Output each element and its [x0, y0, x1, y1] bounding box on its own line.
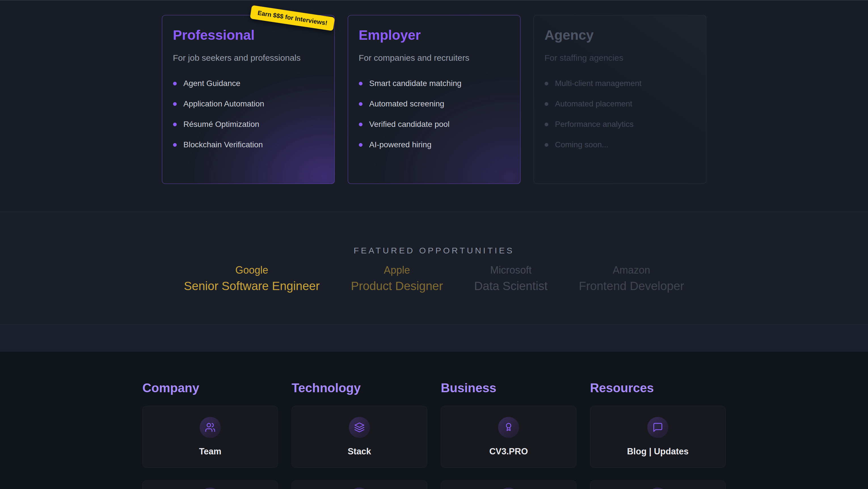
footer-card-label: Blog | Updates [590, 447, 725, 457]
plan-card-employer[interactable]: Employer For companies and recruiters Sm… [348, 15, 521, 184]
footer-heading: Resources [590, 381, 725, 395]
plans-row: Professional For job seekers and profess… [0, 1, 868, 184]
footer-card-cutoff[interactable] [590, 481, 725, 489]
bullet-dot-icon [173, 143, 177, 147]
featured-item[interactable]: Microsoft Data Scientist [474, 264, 548, 293]
footer-card-label: CV3.PRO [441, 447, 576, 457]
plan-feature: Blockchain Verification [173, 141, 324, 149]
plan-feature: Application Automation [173, 99, 324, 108]
featured-company: Amazon [579, 264, 684, 277]
footer-heading: Company [143, 381, 278, 395]
footer-heading: Technology [291, 381, 427, 395]
plan-feature: Coming soon... [545, 141, 695, 149]
hidden-icon [349, 488, 370, 489]
featured-item[interactable]: Google Senior Software Engineer [184, 264, 320, 293]
featured-company: Google [184, 264, 320, 277]
plan-feature: Verified candidate pool [359, 120, 509, 128]
featured-company: Apple [351, 264, 443, 277]
plan-feature: Automated screening [359, 99, 509, 108]
footer-grid: Company Team Technology Stack [143, 352, 725, 489]
plan-feature: AI-powered hiring [359, 141, 509, 149]
plan-feature: Agent Guidance [173, 79, 324, 88]
featured-role: Senior Software Engineer [184, 279, 320, 293]
footer-card-blog[interactable]: Blog | Updates [590, 406, 725, 468]
hidden-icon [200, 488, 221, 489]
plan-title: Agency [545, 27, 695, 43]
plan-feature-list: Smart candidate matching Automated scree… [359, 79, 509, 149]
footer-column-technology: Technology Stack [291, 352, 427, 489]
bullet-dot-icon [173, 102, 177, 106]
footer-column-company: Company Team [143, 352, 278, 489]
footer-card-cv3pro[interactable]: CV3.PRO [441, 406, 577, 468]
bullet-dot-icon [173, 123, 177, 126]
footer-column-resources: Resources Blog | Updates [590, 352, 725, 489]
footer-column-business: Business CV3.PRO [441, 352, 577, 489]
site-footer: Company Team Technology Stack [0, 352, 868, 489]
featured-role: Product Designer [351, 279, 443, 293]
hidden-icon [647, 488, 668, 489]
footer-card-cutoff[interactable] [143, 481, 278, 489]
featured-heading: FEATURED OPPORTUNITIES [0, 212, 868, 255]
plan-subtitle: For companies and recruiters [359, 53, 509, 63]
plan-feature-list: Multi-client management Automated placem… [545, 79, 695, 149]
footer-card-stack[interactable]: Stack [291, 406, 427, 468]
featured-row: Google Senior Software Engineer Apple Pr… [0, 264, 868, 293]
bullet-dot-icon [359, 102, 363, 106]
bullet-dot-icon [359, 143, 363, 147]
plans-section: Earn $$$ for Interviews! Professional Fo… [0, 0, 868, 212]
footer-card-cutoff[interactable] [291, 481, 427, 489]
featured-item[interactable]: Amazon Frontend Developer [579, 264, 684, 293]
plan-subtitle: For staffing agencies [545, 53, 695, 63]
bullet-dot-icon [545, 82, 548, 85]
plan-feature: Automated placement [545, 99, 695, 108]
chat-icon [647, 417, 668, 438]
plan-feature: Résumé Optimization [173, 120, 324, 128]
footer-heading: Business [441, 381, 577, 395]
plan-feature: Multi-client management [545, 79, 695, 88]
hidden-icon [498, 488, 519, 489]
footer-card-cutoff[interactable] [441, 481, 577, 489]
users-icon [200, 417, 221, 438]
plan-feature: Smart candidate matching [359, 79, 509, 88]
bullet-dot-icon [545, 143, 548, 147]
plan-feature-list: Agent Guidance Application Automation Ré… [173, 79, 324, 149]
footer-card-label: Stack [292, 447, 427, 457]
award-icon [498, 417, 519, 438]
plan-title: Employer [359, 27, 509, 43]
plan-card-agency: Agency For staffing agencies Multi-clien… [533, 15, 706, 184]
plan-card-professional[interactable]: Professional For job seekers and profess… [162, 15, 335, 184]
featured-item[interactable]: Apple Product Designer [351, 264, 443, 293]
footer-card-team[interactable]: Team [143, 406, 278, 468]
bullet-dot-icon [173, 82, 177, 85]
plan-title: Professional [173, 27, 324, 43]
featured-role: Data Scientist [474, 279, 548, 293]
featured-opportunities-section: FEATURED OPPORTUNITIES Google Senior Sof… [0, 212, 868, 324]
featured-role: Frontend Developer [579, 279, 684, 293]
bullet-dot-icon [359, 123, 363, 126]
plan-feature: Performance analytics [545, 120, 695, 128]
bullet-dot-icon [545, 102, 548, 106]
section-spacer [0, 324, 868, 352]
layers-icon [349, 417, 370, 438]
plan-subtitle: For job seekers and professionals [173, 53, 324, 63]
featured-company: Microsoft [474, 264, 548, 277]
footer-card-label: Team [143, 447, 278, 457]
bullet-dot-icon [359, 82, 363, 85]
bullet-dot-icon [545, 123, 548, 126]
